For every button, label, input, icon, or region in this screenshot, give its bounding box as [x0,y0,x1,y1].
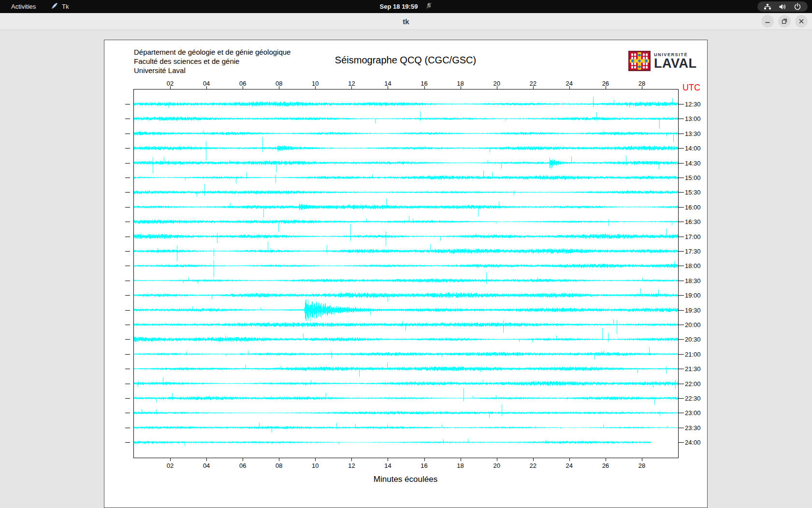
crest-garb [631,54,633,56]
window-titlebar[interactable]: tk [0,13,812,30]
row-time-label: 12:30 [685,101,701,108]
x-tick-label-bottom: 12 [348,462,355,469]
x-tick-mark-bottom [533,458,534,461]
row-time-label: 16:30 [685,218,701,225]
x-tick-label-bottom: 28 [638,462,645,469]
clock-label: Sep 18 19:59 [380,3,418,10]
row-time-label: 20:30 [685,336,701,343]
x-tick-mark-top [497,86,497,89]
x-tick-label-bottom: 26 [602,462,609,469]
row-tick-right [679,398,684,399]
row-tick-left [125,413,130,413]
x-tick-mark-bottom [388,458,388,461]
row-tick-right [679,178,684,178]
x-tick-mark-bottom [424,458,425,461]
app-indicator-tk[interactable]: Tk [51,0,69,13]
x-tick-mark-top [279,86,279,89]
row-tick-left [125,428,130,428]
row-tick-right [679,237,684,237]
row-time-label: 22:00 [685,380,701,387]
row-tick-right [679,281,684,281]
crest-garb [631,63,633,65]
row-tick-left [125,339,130,340]
x-tick-label-bottom: 02 [167,462,174,469]
universite-laval-logo: UNIVERSITÉ LAVAL [628,51,696,71]
row-tick-left [125,325,130,325]
row-tick-left [125,222,130,222]
x-tick-mark-top [533,86,534,89]
plot-frame [133,89,679,458]
row-tick-right [679,119,684,119]
row-time-label: 13:30 [685,130,701,137]
crest-garb [631,66,633,68]
app-indicator-label: Tk [62,3,69,10]
row-time-label: 16:00 [685,203,701,210]
row-time-label: 18:30 [685,277,701,284]
row-tick-right [679,442,684,443]
crest-garb [634,63,636,65]
crest-garb [646,54,648,56]
row-tick-left [125,354,130,355]
close-icon [798,18,804,24]
x-tick-mark-bottom [461,458,461,461]
x-tick-mark-bottom [351,458,352,461]
x-tick-label-bottom: 18 [457,462,464,469]
minimize-icon [765,18,770,24]
crest-garb [646,63,648,65]
x-tick-label-bottom: 14 [384,462,391,469]
x-tick-mark-top [642,86,642,89]
row-tick-left [125,266,130,266]
crest-garb [646,57,648,59]
activities-label: Activities [11,3,36,10]
row-time-label: 14:00 [685,145,701,152]
crest-garb [634,57,636,59]
row-tick-left [125,178,130,178]
system-tray[interactable] [757,1,808,12]
laval-logo-text: UNIVERSITÉ LAVAL [654,51,696,70]
row-time-label: 13:00 [685,115,701,122]
row-tick-right [679,163,684,164]
logo-laval-label: LAVAL [654,57,696,70]
row-time-label: 14:30 [685,159,701,166]
row-time-label: 19:30 [685,306,701,314]
x-tick-label-bottom: 22 [529,462,536,469]
crest-garb [634,54,636,56]
row-tick-right [679,295,684,296]
x-tick-label-bottom: 04 [203,462,210,469]
crest-garb [634,66,636,68]
row-time-label: 19:00 [685,292,701,299]
activities-button[interactable]: Activities [11,0,36,13]
row-tick-left [125,281,130,281]
x-tick-label-bottom: 06 [239,462,246,469]
row-tick-left [125,237,130,237]
x-tick-mark-top [315,86,316,89]
row-tick-left [125,119,130,119]
x-tick-mark-top [461,86,461,89]
row-tick-right [679,339,684,340]
x-tick-label-bottom: 10 [312,462,319,469]
maximize-button[interactable] [778,15,791,28]
seismogram-canvas [134,90,678,458]
crest-garb [643,57,645,59]
row-tick-right [679,266,684,266]
row-time-label: 20:00 [685,321,701,329]
row-tick-right [679,310,684,311]
row-tick-right [679,325,684,325]
row-tick-left [125,442,130,443]
crest-garb [631,57,633,59]
minimize-button[interactable] [761,15,774,28]
row-tick-left [125,295,130,296]
row-tick-left [125,398,130,399]
x-tick-mark-bottom [642,458,642,461]
power-icon [794,3,801,11]
row-time-label: 15:00 [685,174,701,181]
address-line-3: Université Laval [134,66,290,75]
row-time-label: 21:00 [685,350,701,358]
window-controls [761,15,808,28]
clock-menu[interactable]: Sep 18 19:59 [380,0,433,13]
x-tick-mark-bottom [315,458,316,461]
close-button[interactable] [795,15,808,28]
row-tick-right [679,192,684,193]
crest-garb [643,54,645,56]
x-tick-mark-bottom [279,458,279,461]
